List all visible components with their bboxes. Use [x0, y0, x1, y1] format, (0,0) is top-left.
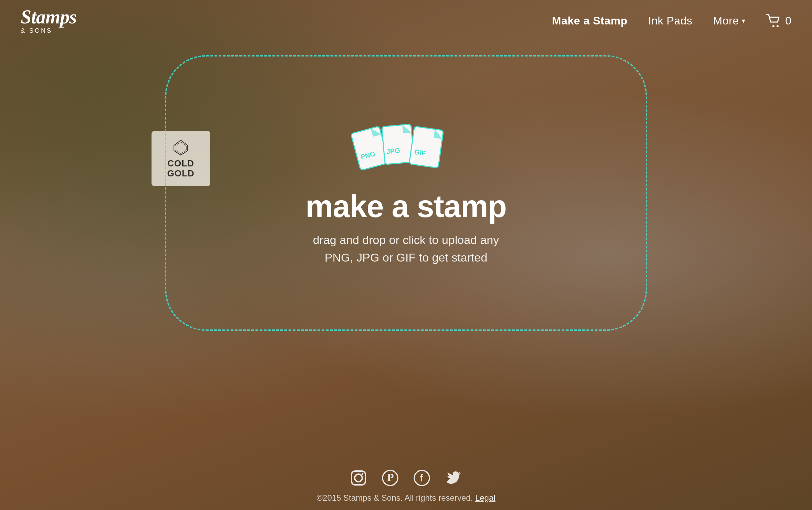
- social-icons: P f: [350, 469, 462, 487]
- upload-subtitle: drag and drop or click to upload any PNG…: [313, 231, 499, 266]
- subtitle-line1: drag and drop or click to upload any: [313, 233, 499, 246]
- subtitle-line2: PNG, JPG or GIF to get started: [325, 251, 487, 264]
- svg-text:JPG: JPG: [386, 146, 400, 155]
- svg-point-18: [362, 473, 363, 475]
- svg-point-1: [777, 25, 779, 27]
- logo-sub: & SONS: [21, 27, 52, 34]
- cart-area[interactable]: 0: [766, 14, 791, 28]
- facebook-icon[interactable]: f: [413, 469, 431, 487]
- nav-more[interactable]: More ▾: [713, 14, 745, 27]
- pinterest-icon[interactable]: P: [381, 469, 399, 487]
- svg-point-17: [355, 474, 362, 482]
- svg-rect-12: [409, 126, 443, 168]
- footer-legal-link[interactable]: Legal: [475, 493, 496, 502]
- svg-text:f: f: [420, 472, 424, 483]
- file-icons: PNG JPG GIF: [354, 120, 458, 175]
- nav-more-label: More: [713, 14, 739, 27]
- nav-ink-pads[interactable]: Ink Pads: [648, 14, 693, 27]
- navbar: Stamps & SONS Make a Stamp Ink Pads More…: [0, 0, 812, 41]
- svg-rect-16: [352, 471, 365, 485]
- logo[interactable]: Stamps & SONS: [21, 7, 76, 34]
- footer-copyright: ©2015 Stamps & Sons. All rights reserved…: [316, 493, 495, 503]
- logo-name: Stamps: [21, 7, 76, 27]
- svg-point-0: [772, 25, 774, 27]
- svg-text:P: P: [387, 471, 394, 483]
- nav-links: Make a Stamp Ink Pads More ▾ 0: [552, 14, 791, 28]
- footer: P f ©2015 Stamps & Sons. All rights rese…: [0, 462, 812, 510]
- nav-make-a-stamp[interactable]: Make a Stamp: [552, 14, 627, 27]
- upload-title: make a stamp: [305, 189, 506, 224]
- cart-icon: [766, 14, 781, 28]
- cart-count: 0: [785, 14, 791, 27]
- svg-text:GIF: GIF: [414, 148, 426, 157]
- instagram-icon[interactable]: [350, 469, 367, 487]
- drop-zone[interactable]: PNG JPG GIF make a stamp drag and drop o…: [165, 55, 647, 331]
- gif-file-icon: GIF: [406, 124, 450, 177]
- twitter-icon[interactable]: [445, 469, 462, 487]
- chevron-down-icon: ▾: [742, 17, 746, 25]
